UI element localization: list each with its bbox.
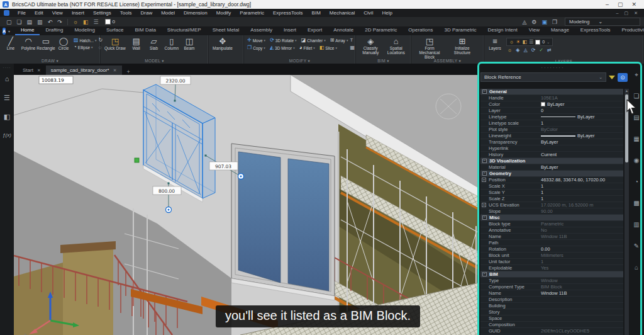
property-section-misc[interactable]: −Misc [480, 215, 623, 221]
settings-gear-icon[interactable]: ⚙ [529, 19, 539, 25]
menu-expresstools[interactable]: ExpressTools [269, 10, 308, 16]
menu-modify[interactable]: Modify [212, 10, 236, 16]
property-row-position[interactable]: +Position46332.88, 33674.60, 17020.00 [480, 177, 623, 183]
minimize-button[interactable]: – [606, 1, 609, 8]
layers-panel-icon[interactable]: ▤ [633, 114, 639, 121]
tab-view[interactable]: View [523, 26, 545, 35]
properties-scrollbar[interactable]: ▲ [625, 89, 629, 335]
undo-icon[interactable]: ↶ [45, 19, 55, 25]
line-button[interactable]: ╱Line [3, 37, 19, 50]
layers-button[interactable]: ≡Layers [487, 37, 503, 50]
tab-assembly[interactable]: Assembly [245, 26, 278, 35]
property-row-description[interactable]: Description [480, 297, 623, 303]
sheets-panel-icon[interactable]: ▦ [633, 135, 639, 142]
maximize-button[interactable]: ▢ [618, 1, 623, 8]
property-row-explodable[interactable]: ExplodableYes [480, 265, 623, 271]
tab-manage[interactable]: Manage [545, 26, 575, 35]
property-row-block-type[interactable]: Block typeParametric [480, 221, 623, 227]
property-row-transparency[interactable]: TransparencyByLayer [480, 139, 623, 145]
render-view-icon[interactable]: ▣ [539, 19, 550, 25]
property-row-path[interactable]: Path [480, 240, 623, 246]
properties-panel-icon[interactable]: ⌖ [635, 71, 638, 78]
render-panel-icon[interactable]: ◉ [634, 157, 640, 164]
property-section-bim[interactable]: −BIM [480, 271, 623, 278]
move-button[interactable]: ✛Move▾ [247, 38, 265, 43]
tab-structural-mep[interactable]: Structural/MEP [162, 26, 207, 35]
menu-parametric[interactable]: Parametric [235, 10, 269, 16]
doc-minimize-button[interactable]: – [616, 11, 619, 16]
scrollbar-thumb[interactable] [625, 94, 628, 162]
property-row-name[interactable]: NameWindow 11B [480, 290, 623, 297]
collapse-icon[interactable]: − [482, 89, 487, 94]
menu-settings[interactable]: Settings [89, 10, 116, 16]
entity-type-dropdown[interactable]: Block Reference ⌄ [480, 72, 606, 82]
collapse-icon[interactable]: − [482, 159, 487, 163]
tab-2d-parametric[interactable]: 2D Parametric [359, 26, 402, 35]
array-button[interactable]: ⊞Array▾ [330, 38, 348, 43]
isolate-icon[interactable]: ◧ [80, 19, 91, 25]
menu-help[interactable]: Help [377, 10, 396, 16]
initialize-structure-button[interactable]: ⊞Initialize Structure [447, 37, 478, 55]
wall-button[interactable]: ▤Wall [128, 37, 145, 50]
viewport-icon[interactable]: ▦ [350, 45, 355, 50]
tab-modeling[interactable]: Modeling [69, 26, 100, 35]
column-button[interactable]: ▯Column [164, 37, 180, 50]
doc-close-button[interactable]: ✕ [634, 11, 638, 16]
property-section-3d-visualization[interactable]: −3D Visualization [480, 158, 623, 164]
chamfer-button[interactable]: ◪Chamfer▾ [301, 38, 326, 43]
layer-previous-icon[interactable]: ⟳ [531, 47, 536, 53]
circle-button[interactable]: ◯Circle [55, 37, 72, 50]
application-button[interactable]: A [3, 28, 6, 35]
layer-freeze-icon[interactable]: ☀ [516, 40, 520, 45]
new-file-icon[interactable]: ▢ [4, 19, 14, 25]
layer-print-icon[interactable]: ☰ [529, 40, 533, 45]
window-layout-icon[interactable]: ❐ [550, 19, 560, 25]
layer-state-icon[interactable]: ✓ [539, 47, 543, 53]
application-caret-icon[interactable]: ▾ [8, 29, 10, 33]
spatial-locations-button[interactable]: ⌂Spatial Locations [384, 37, 409, 55]
scrollbar-up-icon[interactable]: ▲ [625, 89, 629, 93]
menu-tools[interactable]: Tools [116, 10, 136, 16]
menu-model[interactable]: Model [157, 10, 179, 16]
property-row-rotation[interactable]: Rotation0.00 [480, 246, 623, 253]
close-icon[interactable]: ✕ [37, 68, 41, 73]
drag-handle-dots[interactable]: ···· [3, 66, 11, 70]
copy-button[interactable]: ❐Copy▾ [247, 45, 265, 50]
menu-dimension[interactable]: Dimension [179, 10, 212, 16]
panel-drag-handle[interactable]: ········ [478, 65, 628, 70]
annotate-panel-icon[interactable]: ✎ [634, 242, 639, 249]
layer-isolate-icon[interactable]: ☼ [508, 47, 512, 53]
tab-export[interactable]: Export [302, 26, 328, 35]
property-row-guid[interactable]: GUID2t0Efm1CLeyOODHE5 [480, 328, 623, 334]
collapse-icon[interactable]: − [482, 272, 487, 276]
doc-tab-sample-cad-library-door-[interactable]: sample_cad_library_door*✕ [46, 65, 122, 75]
property-row-composition[interactable]: Composition [480, 322, 623, 328]
expand-icon[interactable]: + [482, 178, 486, 182]
matrix-panel-icon[interactable]: ▩ [633, 200, 639, 207]
beam-button[interactable]: ◫Beam [181, 37, 197, 50]
layer-off-icon[interactable]: ◬ [524, 47, 528, 53]
tab-sheet-metal[interactable]: Sheet Metal [207, 26, 245, 35]
selection-icon[interactable]: ◬ [519, 19, 529, 25]
menu-edit[interactable]: Edit [30, 10, 48, 16]
property-row-color[interactable]: ColorByLayer [480, 101, 623, 108]
drawing-viewport[interactable]: Start✕sample_cad_library_door*✕+ [14, 64, 479, 335]
fx-parameters-icon[interactable]: ƒ(x) [3, 132, 11, 139]
close-button[interactable]: ✕ [631, 1, 636, 8]
new-tab-button[interactable]: + [122, 69, 135, 75]
form-mechanical-block-button[interactable]: ◳Form Mechanical Block [414, 37, 445, 59]
menu-view[interactable]: View [48, 10, 67, 16]
doc-tab-start[interactable]: Start✕ [18, 65, 46, 75]
color-swatch[interactable] [105, 19, 111, 25]
property-section-geometry[interactable]: −Geometry [480, 171, 623, 177]
property-row-scale-y[interactable]: Scale Y1 [480, 190, 623, 196]
3d-mirror-button[interactable]: ◭3D Mirror▾ [270, 45, 295, 50]
door-block[interactable] [231, 144, 335, 300]
expand-icon[interactable]: + [482, 203, 486, 207]
property-row-material[interactable]: MaterialByLayer [480, 164, 623, 171]
menu-draw[interactable]: Draw [136, 10, 157, 16]
layer-on-icon[interactable]: ☼ [509, 40, 514, 45]
tab-surface[interactable]: Surface [101, 26, 130, 35]
rectangle-button[interactable]: ▭Rectangle [38, 37, 54, 50]
property-row-unit-factor[interactable]: Unit factor1 [480, 259, 623, 265]
